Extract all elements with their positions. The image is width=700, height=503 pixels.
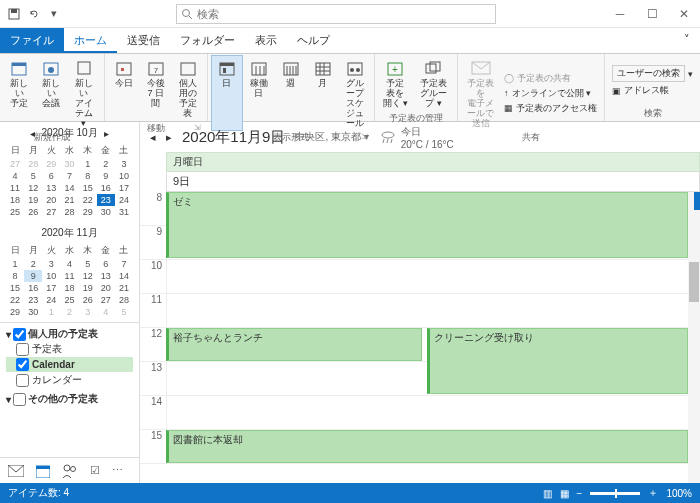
svg-point-43	[71, 466, 76, 471]
search-input[interactable]	[176, 4, 496, 24]
new-item-button[interactable]: 新しい アイテム ▾	[68, 56, 100, 130]
svg-point-33	[356, 68, 360, 72]
status-view-icon[interactable]: ▦	[560, 488, 569, 499]
svg-text:7: 7	[153, 66, 158, 75]
calendar-item[interactable]: カレンダー	[6, 372, 133, 388]
zoom-in-icon[interactable]: ＋	[648, 486, 658, 500]
svg-point-42	[64, 465, 70, 471]
svg-point-32	[350, 68, 354, 72]
svg-rect-31	[348, 63, 362, 75]
ribbon-collapse-icon[interactable]: ˅	[674, 28, 700, 53]
tasks-nav-icon[interactable]: ☑	[90, 464, 100, 477]
ribbon-group-view: 表示形式⇲	[212, 130, 370, 145]
svg-rect-15	[220, 63, 234, 66]
svg-rect-26	[316, 63, 330, 75]
status-view-icon[interactable]: ▥	[543, 488, 552, 499]
tab-view[interactable]: 表示	[245, 28, 287, 53]
new-meeting-button[interactable]: 新しい 会議	[36, 56, 66, 130]
day-view-button[interactable]: 日	[212, 56, 242, 130]
weather-widget[interactable]: 今日20°C / 16°C	[379, 125, 454, 150]
calendar-group-button[interactable]: 予定表 グループ ▾	[414, 56, 453, 111]
today-button[interactable]: 今日	[109, 56, 139, 121]
tab-help[interactable]: ヘルプ	[287, 28, 340, 53]
month-view-button[interactable]: 月	[308, 56, 338, 130]
tab-home[interactable]: ホーム	[64, 28, 117, 53]
people-nav-icon[interactable]	[62, 464, 78, 478]
svg-rect-8	[78, 62, 90, 74]
zoom-slider[interactable]	[590, 492, 640, 495]
svg-rect-13	[181, 63, 195, 75]
scrollbar[interactable]	[688, 192, 700, 483]
svg-point-44	[382, 132, 394, 138]
svg-rect-16	[223, 68, 226, 73]
svg-rect-36	[426, 64, 436, 73]
status-item-count: アイテム数: 4	[8, 486, 69, 500]
group-schedule-button[interactable]: グループ スケジュール	[340, 56, 370, 130]
calendar-item[interactable]: Calendar	[6, 357, 133, 372]
tab-sendrecv[interactable]: 送受信	[117, 28, 170, 53]
search-icon	[181, 8, 193, 20]
calendar-item[interactable]: 予定表	[6, 341, 133, 357]
svg-point-2	[183, 9, 190, 16]
ribbon-group-new: 新規作成	[4, 130, 100, 145]
svg-line-47	[391, 139, 392, 143]
other-calendars-header[interactable]: ▾その他の予定表	[6, 392, 133, 406]
svg-rect-37	[430, 62, 440, 71]
close-button[interactable]: ✕	[668, 0, 700, 28]
calendar-nav-icon[interactable]	[36, 464, 50, 478]
day-name-header: 月曜日	[166, 152, 700, 172]
zoom-out-icon[interactable]: −	[577, 488, 583, 499]
maximize-button[interactable]: ☐	[636, 0, 668, 28]
event-cleaning[interactable]: クリーニング受け取り	[427, 328, 688, 394]
event-lunch[interactable]: 裕子ちゃんとランチ	[166, 328, 422, 361]
ribbon-group-manage: 予定表の管理	[379, 111, 453, 126]
ribbon-group-share: 共有	[462, 130, 600, 145]
svg-line-45	[383, 139, 384, 143]
event-library[interactable]: 図書館に本返却	[166, 430, 688, 463]
svg-rect-41	[36, 466, 50, 469]
rain-icon	[379, 130, 397, 144]
ribbon-group-goto: 移動⇲	[109, 121, 203, 136]
search-user-input[interactable]: ユーザーの検索▾	[609, 64, 696, 83]
email-calendar-button[interactable]: 予定表を 電子メールで送信	[462, 56, 499, 130]
svg-point-7	[48, 67, 54, 73]
work-week-button[interactable]: 稼働日	[244, 56, 274, 130]
svg-line-46	[387, 139, 388, 143]
svg-rect-1	[11, 9, 17, 13]
personal-calendar-button[interactable]: 個人用の 予定表	[173, 56, 203, 121]
quick-save-icon[interactable]	[6, 6, 22, 22]
event-semi[interactable]: ゼミ	[166, 192, 688, 258]
nav-more-icon[interactable]: ⋯	[112, 464, 123, 477]
tab-file[interactable]: ファイル	[0, 28, 64, 53]
open-calendar-button[interactable]: +予定表を 開く ▾	[379, 56, 413, 111]
svg-rect-5	[12, 63, 26, 66]
svg-rect-10	[121, 68, 124, 71]
publish-online-button[interactable]: ↑オンラインで公開 ▾	[501, 86, 600, 101]
qat-more-icon[interactable]: ▾	[46, 6, 62, 22]
week-view-button[interactable]: 週	[276, 56, 306, 130]
minimize-button[interactable]: ─	[604, 0, 636, 28]
time-grid[interactable]: ゼミ 裕子ちゃんとランチ クリーニング受け取り 図書館に本返却	[166, 192, 688, 483]
svg-line-3	[189, 16, 192, 19]
calendar-permissions-button[interactable]: ▦予定表のアクセス権	[501, 101, 600, 116]
svg-text:+: +	[393, 64, 399, 75]
address-book-button[interactable]: ▣アドレス帳	[609, 83, 696, 98]
mini-calendar-november[interactable]: 2020年 11月 日月火水木金土 1234567 891011121314 1…	[0, 222, 139, 322]
new-appointment-button[interactable]: 新しい 予定	[4, 56, 34, 130]
mail-nav-icon[interactable]	[8, 465, 24, 477]
next-7-days-button[interactable]: 7今後 7 日間	[141, 56, 171, 121]
personal-calendars-header[interactable]: ▾個人用の予定表	[6, 327, 133, 341]
day-number-header: 9日	[166, 172, 700, 192]
ribbon-group-search: 検索	[609, 106, 696, 121]
zoom-level: 100%	[666, 488, 692, 499]
undo-icon[interactable]	[26, 6, 42, 22]
share-calendar-button[interactable]: ◯予定表の共有	[501, 71, 600, 86]
tab-folder[interactable]: フォルダー	[170, 28, 245, 53]
